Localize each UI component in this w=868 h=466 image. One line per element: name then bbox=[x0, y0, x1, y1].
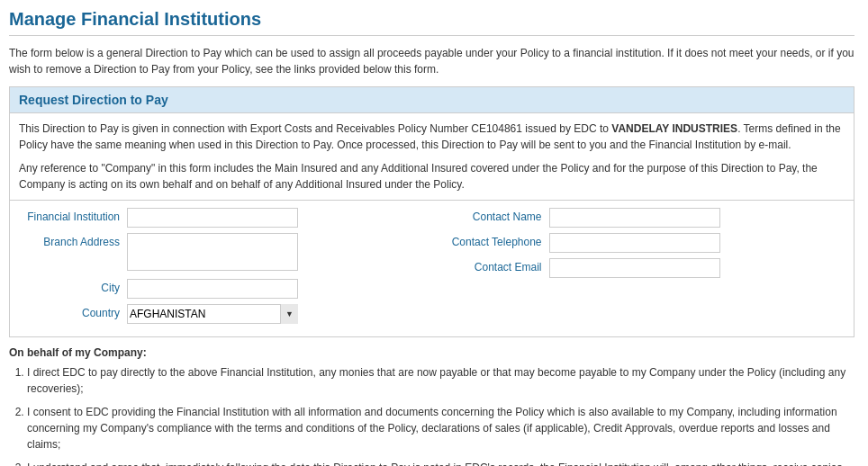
on-behalf-label: On behalf of my Company: bbox=[9, 346, 854, 359]
description-p2: Any reference to "Company" in this form … bbox=[19, 160, 845, 193]
contact-telephone-label: Contact Telephone bbox=[441, 233, 549, 248]
contact-email-input[interactable] bbox=[549, 258, 720, 278]
contact-email-row: Contact Email bbox=[441, 258, 845, 278]
list-item: I understand and agree that, immediately… bbox=[27, 460, 854, 466]
contact-telephone-row: Contact Telephone bbox=[441, 233, 845, 253]
main-content[interactable]: Manage Financial Institutions The form b… bbox=[0, 0, 868, 466]
list-item: I consent to EDC providing the Financial… bbox=[27, 404, 854, 453]
contact-telephone-input-wrap bbox=[549, 233, 845, 253]
branch-address-textarea[interactable] bbox=[127, 233, 298, 271]
left-fields: Financial Institution Branch Address Cit… bbox=[19, 208, 423, 329]
financial-institution-input[interactable] bbox=[127, 208, 298, 228]
financial-institution-input-wrap bbox=[127, 208, 423, 228]
financial-institution-row: Financial Institution bbox=[19, 208, 423, 228]
country-select[interactable]: AFGHANISTAN ALBANIA ALGERIA ANDORRA ANGO… bbox=[127, 304, 298, 324]
right-fields: Contact Name Contact Telephone Contact E… bbox=[441, 208, 845, 329]
description-p1: This Direction to Pay is given in connec… bbox=[19, 121, 845, 153]
contact-name-input-wrap bbox=[549, 208, 845, 228]
fields-area: Financial Institution Branch Address Cit… bbox=[10, 201, 854, 336]
city-input-wrap bbox=[127, 279, 423, 299]
terms-list: I direct EDC to pay directly to the abov… bbox=[9, 364, 854, 466]
city-input[interactable] bbox=[127, 279, 298, 299]
country-select-wrapper: AFGHANISTAN ALBANIA ALGERIA ANDORRA ANGO… bbox=[127, 304, 298, 324]
branch-address-row: Branch Address bbox=[19, 233, 423, 273]
contact-email-input-wrap bbox=[549, 258, 845, 278]
contact-name-row: Contact Name bbox=[441, 208, 845, 228]
country-input-wrap: AFGHANISTAN ALBANIA ALGERIA ANDORRA ANGO… bbox=[127, 304, 423, 324]
branch-address-input-wrap bbox=[127, 233, 423, 273]
contact-name-input[interactable] bbox=[549, 208, 720, 228]
list-item: I direct EDC to pay directly to the abov… bbox=[27, 364, 854, 397]
country-row: Country AFGHANISTAN ALBANIA ALGERIA ANDO… bbox=[19, 304, 423, 324]
financial-institution-label: Financial Institution bbox=[19, 208, 127, 223]
city-row: City bbox=[19, 279, 423, 299]
contact-name-label: Contact Name bbox=[441, 208, 549, 223]
country-label: Country bbox=[19, 304, 127, 319]
section-title: Request Direction to Pay bbox=[10, 87, 854, 113]
branch-address-label: Branch Address bbox=[19, 233, 127, 248]
description-area: This Direction to Pay is given in connec… bbox=[10, 113, 854, 201]
intro-text: The form below is a general Direction to… bbox=[9, 45, 854, 77]
contact-email-label: Contact Email bbox=[441, 258, 549, 273]
city-label: City bbox=[19, 279, 127, 294]
form-section: Request Direction to Pay This Direction … bbox=[9, 86, 854, 337]
page-title: Manage Financial Institutions bbox=[9, 9, 854, 36]
contact-telephone-input[interactable] bbox=[549, 233, 720, 253]
